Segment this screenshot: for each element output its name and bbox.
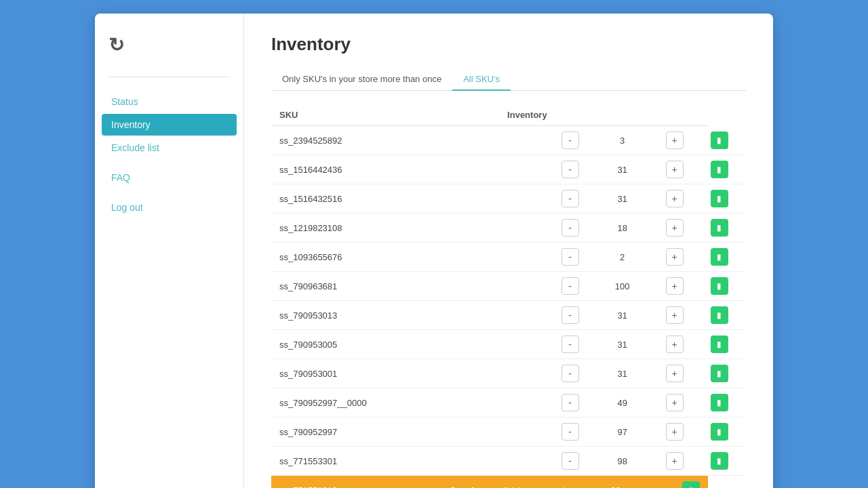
table-row: ss_790953005-31+▮: [271, 330, 746, 359]
increment-button[interactable]: +: [666, 336, 684, 353]
save-button[interactable]: ▮: [711, 248, 728, 266]
cell-sku: ss_790953005: [271, 330, 473, 359]
cell-decrement: -: [473, 447, 582, 476]
table-row: ss_790953013-31+▮: [271, 301, 746, 330]
table-row: ss_790953001-31+▮: [271, 359, 746, 388]
save-icon: ▮: [717, 136, 722, 145]
decrement-button[interactable]: -: [561, 248, 579, 266]
cell-inventory: 31: [582, 301, 663, 330]
save-button[interactable]: ▮: [711, 336, 728, 353]
table-row: ss_790952997__0000-49+▮: [271, 388, 746, 418]
save-button[interactable]: ▮: [711, 219, 728, 237]
save-button[interactable]: ▮: [682, 481, 700, 488]
cell-sku: ss_1219823108: [271, 214, 473, 243]
decrement-button[interactable]: -: [561, 161, 579, 178]
cell-decrement: -: [473, 301, 582, 330]
increment-button[interactable]: +: [666, 190, 684, 207]
cell-increment: +: [663, 330, 708, 359]
decrement-button[interactable]: -: [561, 190, 579, 207]
cell-save: ▮: [708, 301, 746, 330]
page-title: Inventory: [271, 34, 746, 55]
cell-save: ▮: [708, 214, 746, 243]
cell-increment: +: [663, 418, 708, 447]
decrement-button[interactable]: -: [561, 394, 579, 411]
increment-button[interactable]: +: [666, 365, 684, 382]
cell-inventory: 31: [582, 155, 663, 184]
cell-sku: ss_790953013: [271, 301, 473, 330]
cell-inventory: 31: [582, 330, 663, 359]
increment-button[interactable]: +: [666, 423, 684, 441]
sidebar-item-logout[interactable]: Log out: [102, 197, 237, 218]
sidebar-item-exclude-list[interactable]: Exclude list: [102, 137, 237, 159]
cell-increment: +: [663, 301, 708, 330]
decrement-button[interactable]: -: [561, 365, 579, 382]
save-button[interactable]: ▮: [711, 365, 728, 382]
inventory-table: SKU Inventory ss_2394525892-3+▮ss_151644…: [271, 104, 746, 488]
increment-button[interactable]: +: [666, 394, 684, 411]
cell-sku: ss_771553301: [271, 447, 473, 476]
decrement-button[interactable]: -: [561, 452, 579, 470]
save-icon: ▮: [717, 340, 722, 349]
sidebar-item-faq[interactable]: FAQ: [102, 167, 237, 188]
tab-duplicates[interactable]: Only SKU's in your store more than once: [271, 68, 452, 91]
increment-button[interactable]: +: [666, 277, 684, 295]
save-button[interactable]: ▮: [711, 131, 728, 149]
table-row: ss_790963681-100+▮: [271, 272, 746, 301]
out-of-sync-message: Out of sync, click here to set inventory…: [395, 485, 675, 489]
increment-button[interactable]: +: [666, 452, 684, 470]
decrement-button[interactable]: -: [561, 336, 579, 353]
cell-sku: ss_790952997: [271, 418, 473, 447]
cell-inventory: 31: [582, 184, 663, 214]
cell-decrement: -: [473, 359, 582, 388]
sidebar-item-status[interactable]: Status: [102, 91, 237, 113]
save-icon: ▮: [717, 223, 722, 232]
save-button[interactable]: ▮: [711, 277, 728, 295]
decrement-button[interactable]: -: [561, 306, 579, 324]
decrement-button[interactable]: -: [561, 219, 579, 237]
sidebar-item-inventory[interactable]: Inventory: [102, 114, 237, 136]
increment-button[interactable]: +: [666, 161, 684, 178]
cell-increment: +: [663, 184, 708, 214]
increment-button[interactable]: +: [666, 306, 684, 324]
cell-decrement: -: [473, 184, 582, 214]
cell-save: ▮: [708, 388, 746, 418]
cell-save: ▮: [708, 272, 746, 301]
increment-button[interactable]: +: [666, 131, 684, 149]
increment-button[interactable]: +: [666, 219, 684, 237]
cell-save: ▮: [708, 126, 746, 155]
save-icon: ▮: [717, 398, 722, 407]
save-icon: ▮: [717, 427, 722, 436]
cell-increment: +: [663, 243, 708, 272]
table-header-row: SKU Inventory: [271, 104, 746, 126]
tab-all-skus[interactable]: All SKU's: [452, 68, 511, 91]
cell-sku: ss_1093655676: [271, 243, 473, 272]
save-button[interactable]: ▮: [711, 423, 728, 441]
col-header-sku: SKU: [271, 104, 473, 126]
cell-save: ▮: [708, 359, 746, 388]
sidebar: ↻ Status Inventory Exclude list FAQ Log …: [95, 14, 244, 488]
cell-decrement: -: [473, 388, 582, 418]
table-row: ss_1516442436-31+▮: [271, 155, 746, 184]
save-button[interactable]: ▮: [711, 161, 728, 178]
cell-decrement: -: [473, 155, 582, 184]
tabs: Only SKU's in your store more than once …: [271, 68, 746, 91]
save-button[interactable]: ▮: [711, 452, 728, 470]
save-icon: ▮: [717, 194, 722, 203]
decrement-button[interactable]: -: [561, 277, 579, 295]
save-button[interactable]: ▮: [711, 306, 728, 324]
cell-increment: +: [663, 214, 708, 243]
save-button[interactable]: ▮: [711, 394, 728, 411]
table-row-out-of-sync[interactable]: ss_771551813Out of sync, click here to s…: [271, 476, 746, 489]
decrement-button[interactable]: -: [561, 131, 579, 149]
table-row: ss_1516432516-31+▮: [271, 184, 746, 214]
decrement-button[interactable]: -: [561, 423, 579, 441]
cell-inventory: 3: [582, 126, 663, 155]
cell-increment: +: [663, 447, 708, 476]
cell-save: ▮: [708, 330, 746, 359]
save-button[interactable]: ▮: [711, 190, 728, 207]
app-window: ↻ Status Inventory Exclude list FAQ Log …: [95, 14, 773, 488]
cell-increment: +: [663, 155, 708, 184]
sidebar-divider: [108, 77, 230, 77]
increment-button[interactable]: +: [666, 248, 684, 266]
cell-increment: +: [663, 359, 708, 388]
